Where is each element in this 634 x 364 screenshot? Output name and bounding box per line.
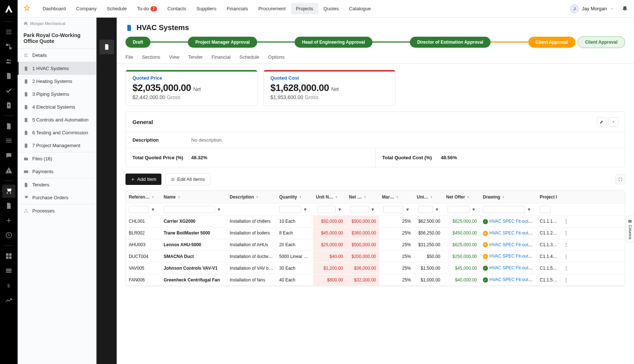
nav-schedule[interactable]: Schedule [102,3,132,14]
nav-procurement[interactable]: Procurement [253,3,291,14]
rail-grid-icon[interactable] [2,250,15,263]
fullscreen-icon[interactable] [616,175,625,184]
col-unit-net[interactable]: Unit N… [313,191,346,203]
col-net[interactable]: Net … [346,191,379,203]
rail-upload-icon[interactable] [2,99,15,112]
cell-drawing[interactable]: ✓HVAC SPEC Fit-out 10… [480,262,537,274]
col-description[interactable]: Description [227,191,276,203]
tab-financial[interactable]: Financial [212,51,231,63]
col-reference[interactable]: Referen… [126,191,161,203]
table-row[interactable]: FAN006 Greenheck Centrifugal Fan Install… [126,274,625,286]
cell-drawing[interactable]: ⟳HVAC SPEC Fit-out 10… [480,239,537,251]
nav-dashboard[interactable]: Dashboard [37,3,71,14]
filter-mar[interactable] [383,206,404,213]
nav-contacts[interactable]: Contacts [162,3,191,14]
col-drawing[interactable]: Drawing [480,191,537,203]
cell-drawing[interactable]: ✓HVAC SPEC Fit-out 10… [480,274,537,285]
row-menu-icon[interactable]: ⋮ [561,263,572,274]
rail-clock-icon[interactable] [2,229,15,242]
sidebar-section-1[interactable]: 1 HVAC Systems [18,62,96,75]
nav-quotes[interactable]: Quotes [318,3,344,14]
nav-todo[interactable]: To-do7 [132,3,162,14]
rail-flow-icon[interactable] [2,40,15,53]
step-client[interactable]: Client Approval [528,37,575,48]
tab-schedule[interactable]: Schedule [240,51,259,63]
tab-view[interactable]: View [169,51,179,63]
nav-company[interactable]: Company [71,3,102,14]
filter-icon[interactable]: ▼ [302,206,309,213]
nav-financials[interactable]: Financials [222,3,254,14]
user-menu[interactable]: J Jay Morgan [567,3,617,15]
filter-icon[interactable]: ▼ [434,206,440,213]
rail-chat-icon[interactable] [2,149,15,162]
add-item-button[interactable]: Add Item [125,174,161,185]
table-row[interactable]: AHU003 Lennox AHU-5000 Installation of A… [126,239,625,251]
sidebar-processes[interactable]: Processes [18,204,96,217]
table-row[interactable]: BLR002 Trane BoilMaster 5000 Installatio… [126,228,625,239]
filter-uoff[interactable] [418,206,433,213]
sidebar-section-3[interactable]: 3 Piping Systems [18,88,96,101]
tab-tender[interactable]: Tender [188,51,203,63]
rail-list-icon[interactable] [2,25,15,39]
filter-icon[interactable]: ▼ [216,206,222,213]
step-client-2[interactable]: Client Approval [577,36,625,48]
filter-net[interactable] [350,206,369,213]
cell-drawing[interactable]: ⟳HVAC SPEC Fit-out 10… [480,228,537,239]
sidebar-section-2[interactable]: 2 Heating Systems [18,75,96,88]
rail-page-icon[interactable] [2,120,15,133]
nav-projects[interactable]: Projects [291,3,318,14]
step-est[interactable]: Director of Estimation Approval [410,37,491,48]
filter-icon[interactable]: ▼ [369,206,376,213]
rail-warn-icon[interactable] [2,164,15,177]
tab-options[interactable]: Options [268,51,285,63]
filter-icon[interactable]: ▼ [150,206,156,213]
sidebar-files[interactable]: Files (16) [18,152,96,165]
filter-off[interactable] [448,206,470,213]
filter-icon[interactable]: ▼ [336,206,343,213]
filter-unet[interactable] [317,206,336,213]
filter-draw[interactable] [483,206,525,213]
rail-trend-icon[interactable] [2,294,15,307]
step-pm[interactable]: Project Manager Approval [188,37,257,48]
tab-sections[interactable]: Sections [142,51,160,63]
breadcrumb[interactable]: Morgan Mechanical [18,18,96,29]
sidebar-section-7[interactable]: 7 Project Management [18,139,96,152]
rail-file-icon[interactable] [2,199,15,212]
rail-check-icon[interactable] [2,84,15,97]
col-name[interactable]: Name [161,191,227,203]
edit-all-button[interactable]: Edit All Items [165,173,210,185]
row-menu-icon[interactable]: ⋮ [561,251,572,262]
col-quantity[interactable]: Quantity [276,191,313,203]
filter-reference[interactable] [129,206,149,213]
step-draft[interactable]: Draft [125,37,150,48]
row-menu-icon[interactable]: ⋮ [561,216,572,227]
rail-table-icon[interactable] [2,264,15,277]
edit-icon[interactable] [597,117,606,127]
favorite-icon[interactable] [23,5,30,12]
col-margin[interactable]: Mar… [379,191,414,203]
nav-suppliers[interactable]: Suppliers [191,3,221,14]
nav-catalogue[interactable]: Catalogue [344,3,376,14]
rail-dollar-icon[interactable]: $ [2,279,15,292]
rail-doc-icon[interactable] [2,69,15,83]
cell-drawing[interactable]: ⟳HVAC SPEC Fit-out 10… [480,251,537,262]
notifications-icon[interactable] [622,5,628,12]
filter-qty[interactable] [279,206,301,213]
filter-proj[interactable] [540,206,551,213]
collapse-icon[interactable] [609,117,618,127]
rail-people-icon[interactable] [2,55,15,68]
row-menu-icon[interactable]: ⋮ [561,274,572,285]
sidebar-purchase-orders[interactable]: Purchase Orders [18,191,96,204]
filter-name[interactable] [164,206,215,213]
filter-icon[interactable]: ▼ [470,206,477,213]
rail-cart-icon[interactable] [2,185,15,198]
col-project[interactable]: Project I [537,191,561,203]
sidebar-details[interactable]: Details [18,49,96,62]
filter-icon[interactable]: ▼ [404,206,411,213]
filter-icon[interactable]: ▼ [526,206,532,213]
tab-file[interactable]: File [125,51,133,63]
sidebar-section-4[interactable]: 4 Electrical Systems [18,101,96,113]
col-unit-offer[interactable]: Uni… [414,191,443,203]
rail-tab-doc[interactable] [99,40,114,54]
row-menu-icon[interactable]: ⋮ [561,239,572,250]
